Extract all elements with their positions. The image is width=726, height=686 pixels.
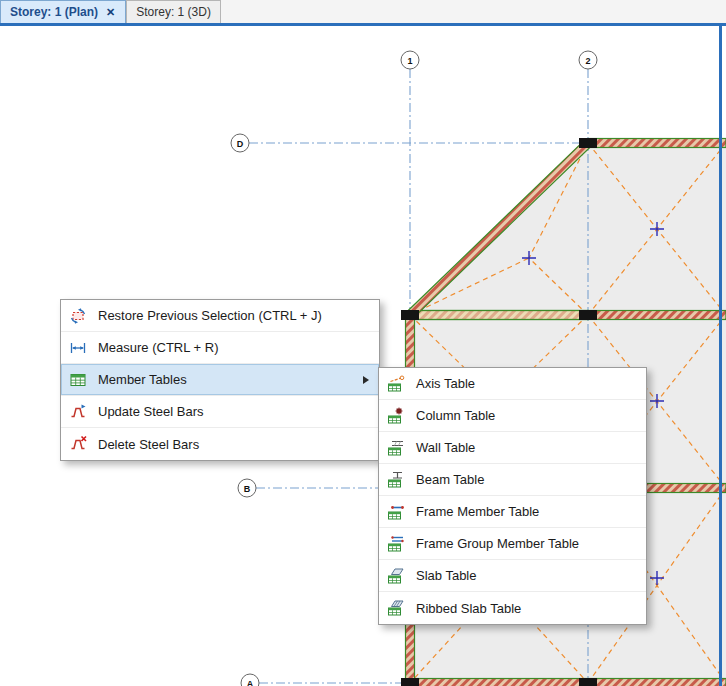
axis-bubble-1: 1: [401, 51, 419, 69]
frame-member-table-icon: [386, 503, 406, 521]
column: [401, 310, 419, 320]
beam-table-icon: [386, 471, 406, 489]
menu-item-delete-steel-bars[interactable]: Delete Steel Bars: [61, 428, 379, 460]
axis-label: 2: [585, 56, 590, 66]
restore-selection-icon: [68, 307, 88, 325]
axis-bubble-2: 2: [579, 51, 597, 69]
axis-bubble-d: D: [231, 134, 249, 152]
menu-item-label: Frame Group Member Table: [416, 536, 579, 551]
menu-item-label: Ribbed Slab Table: [416, 601, 521, 616]
axis-label: 1: [407, 56, 412, 66]
menu-item-restore-previous-selection[interactable]: Restore Previous Selection (CTRL + J): [61, 300, 379, 332]
menu-item-label: Restore Previous Selection (CTRL + J): [98, 308, 322, 323]
tab-label: Storey: 1 (3D): [136, 5, 211, 19]
ribbed-slab-table-icon: [386, 599, 406, 617]
column: [579, 138, 597, 148]
menu-item-label: Axis Table: [416, 376, 475, 391]
submenu-item-beam-table[interactable]: Beam Table: [379, 464, 646, 496]
tab-storey-1-plan[interactable]: Storey: 1 (Plan) ✕: [0, 0, 126, 23]
beam: [410, 311, 588, 320]
menu-item-label: Slab Table: [416, 568, 476, 583]
menu-item-label: Wall Table: [416, 440, 475, 455]
column: [401, 678, 419, 686]
menu-item-member-tables[interactable]: Member Tables: [61, 364, 379, 396]
axis-label: A: [247, 679, 254, 686]
column: [579, 678, 597, 686]
slab-table-icon: [386, 567, 406, 585]
menu-item-label: Member Tables: [98, 372, 187, 387]
beam: [588, 311, 726, 320]
submenu-item-frame-group-member-table[interactable]: Frame Group Member Table: [379, 528, 646, 560]
menu-item-measure[interactable]: Measure (CTRL + R): [61, 332, 379, 364]
menu-item-label: Update Steel Bars: [98, 404, 204, 419]
frame-group-member-table-icon: [386, 535, 406, 553]
submenu-item-axis-table[interactable]: Axis Table: [379, 368, 646, 400]
submenu-item-column-table[interactable]: Column Table: [379, 400, 646, 432]
viewport-border-top: [0, 23, 726, 26]
axis-label: B: [244, 484, 251, 494]
menu-item-label: Measure (CTRL + R): [98, 340, 219, 355]
application-window: 1 2 D B A Storey: 1 (Plan) ✕: [0, 0, 726, 686]
axis-label: D: [237, 139, 244, 149]
update-steel-bars-icon: [68, 403, 88, 421]
submenu-item-frame-member-table[interactable]: Frame Member Table: [379, 496, 646, 528]
beam: [588, 139, 726, 148]
tab-label: Storey: 1 (Plan): [10, 5, 98, 19]
member-tables-icon: [68, 371, 88, 389]
tab-storey-1-3d[interactable]: Storey: 1 (3D): [126, 0, 221, 23]
axis-bubble-a: A: [241, 674, 259, 686]
submenu-arrow-icon: [363, 376, 369, 384]
submenu-item-ribbed-slab-table[interactable]: Ribbed Slab Table: [379, 592, 646, 624]
column-table-icon: [386, 407, 406, 425]
tab-close-icon[interactable]: ✕: [105, 6, 116, 19]
viewport-border-right: [719, 23, 722, 686]
delete-steel-bars-icon: [68, 435, 88, 453]
document-tab-bar: Storey: 1 (Plan) ✕ Storey: 1 (3D): [0, 0, 726, 23]
member-tables-submenu: Axis Table Column Table: [378, 367, 647, 625]
context-menu: Restore Previous Selection (CTRL + J) Me…: [60, 299, 380, 461]
menu-item-label: Beam Table: [416, 472, 484, 487]
measure-icon: [68, 339, 88, 357]
menu-item-label: Column Table: [416, 408, 495, 423]
beam: [410, 679, 726, 686]
wall-table-icon: [386, 439, 406, 457]
axis-table-icon: [386, 375, 406, 393]
menu-item-label: Delete Steel Bars: [98, 437, 199, 452]
menu-item-label: Frame Member Table: [416, 504, 539, 519]
submenu-item-slab-table[interactable]: Slab Table: [379, 560, 646, 592]
submenu-item-wall-table[interactable]: Wall Table: [379, 432, 646, 464]
menu-item-update-steel-bars[interactable]: Update Steel Bars: [61, 396, 379, 428]
axis-bubble-b: B: [238, 479, 256, 497]
column: [579, 310, 597, 320]
